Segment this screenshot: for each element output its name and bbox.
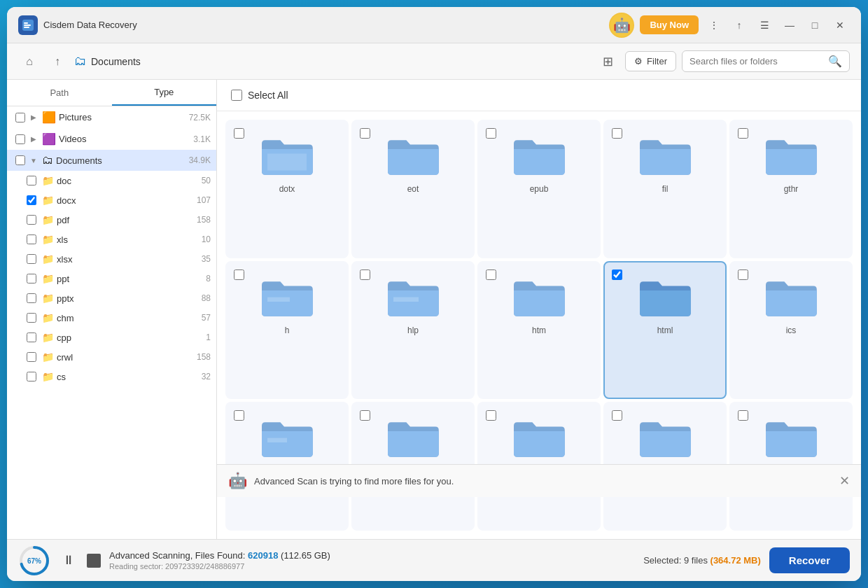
sidebar-item-xls[interactable]: 📁 xls 10	[7, 230, 216, 249]
h-checkbox[interactable]	[234, 270, 244, 280]
row3c-checkbox[interactable]	[486, 410, 496, 421]
pdf-count: 158	[197, 215, 211, 225]
tab-type[interactable]: Type	[112, 80, 217, 106]
file-area-header: Select All	[217, 80, 861, 111]
chm-checkbox[interactable]	[27, 313, 36, 323]
pictures-checkbox[interactable]	[15, 113, 25, 122]
sidebar-item-xlsx[interactable]: 📁 xlsx 35	[7, 249, 216, 269]
row3b-folder-svg	[385, 413, 441, 461]
notification-close-button[interactable]: ✕	[839, 473, 850, 489]
sector-info: Reading sector: 209723392/248886977	[109, 562, 635, 570]
docx-checkbox[interactable]	[27, 195, 36, 205]
stop-button[interactable]	[87, 554, 101, 568]
htm-checkbox[interactable]	[486, 270, 496, 280]
cpp-checkbox[interactable]	[27, 332, 36, 342]
cpp-folder-icon: 📁	[42, 332, 54, 343]
upload-icon[interactable]: ↑	[729, 15, 749, 35]
recover-button[interactable]: Recover	[769, 547, 850, 573]
dotx-checkbox[interactable]	[234, 128, 244, 139]
folder-card-gthr[interactable]: gthr	[729, 120, 853, 258]
epub-checkbox[interactable]	[486, 128, 496, 139]
title-bar-left: Cisdem Data Recovery	[18, 15, 609, 35]
documents-label: Documents	[56, 155, 186, 166]
search-input[interactable]	[690, 56, 824, 66]
back-button[interactable]: ↑	[46, 50, 69, 73]
sidebar-item-doc[interactable]: 📁 doc 50	[7, 171, 216, 190]
htm-name: htm	[532, 326, 546, 335]
row3d-checkbox[interactable]	[612, 410, 622, 421]
pause-button[interactable]: ⏸	[59, 551, 78, 570]
home-button[interactable]: ⌂	[18, 50, 41, 73]
sidebar-item-pptx[interactable]: 📁 pptx 88	[7, 288, 216, 308]
html-checkbox[interactable]	[612, 270, 622, 280]
folder-card-hlp[interactable]: hlp	[351, 261, 475, 400]
sidebar-scroll[interactable]: ▶ 🟧 Pictures 72.5K ▶ 🟪 Videos 3.1K ▼	[7, 106, 216, 539]
xlsx-checkbox[interactable]	[27, 254, 36, 264]
buy-now-button[interactable]: Buy Now	[640, 15, 699, 34]
doc-checkbox[interactable]	[27, 176, 36, 186]
pdf-label: pdf	[57, 215, 194, 225]
cs-checkbox[interactable]	[27, 372, 36, 382]
crwl-checkbox[interactable]	[27, 352, 36, 362]
folder-card-h[interactable]: h	[225, 261, 349, 400]
folder-card-epub[interactable]: epub	[477, 120, 601, 258]
menu-icon[interactable]: ⋮	[704, 15, 724, 35]
sidebar-item-cs[interactable]: 📁 cs 32	[7, 367, 216, 386]
svg-text:67%: 67%	[27, 557, 41, 565]
sidebar-item-crwl[interactable]: 📁 crwl 158	[7, 347, 216, 367]
select-all-checkbox[interactable]	[231, 90, 242, 101]
cs-count: 32	[202, 372, 211, 382]
sidebar-item-cpp[interactable]: 📁 cpp 1	[7, 328, 216, 347]
folder-card-eot[interactable]: eot	[351, 120, 475, 258]
row3a-checkbox[interactable]	[234, 410, 244, 421]
filter-button[interactable]: ⚙ Filter	[625, 51, 676, 71]
hlp-checkbox[interactable]	[360, 270, 370, 280]
sidebar-item-pictures[interactable]: ▶ 🟧 Pictures 72.5K	[7, 106, 216, 128]
ppt-checkbox[interactable]	[27, 274, 36, 284]
xls-checkbox[interactable]	[27, 234, 36, 244]
svg-rect-3	[24, 27, 29, 28]
pictures-folder-icon: 🟧	[42, 111, 56, 124]
scanning-label: Advanced Scanning, Files Found:	[109, 550, 245, 561]
grid-view-button[interactable]: ⊞	[596, 50, 620, 74]
sidebar-item-ppt[interactable]: 📁 ppt 8	[7, 269, 216, 288]
folder-card-fil[interactable]: fil	[603, 120, 727, 258]
sidebar: Path Type ▶ 🟧 Pictures 72.5K ▶ 🟪 Vide	[7, 80, 217, 539]
sidebar-item-documents[interactable]: ▼ 🗂 Documents 34.9K	[7, 150, 216, 171]
eot-checkbox[interactable]	[360, 128, 370, 139]
close-button[interactable]: ✕	[830, 15, 850, 35]
maximize-button[interactable]: □	[805, 15, 825, 35]
sidebar-item-videos[interactable]: ▶ 🟪 Videos 3.1K	[7, 128, 216, 150]
ics-checkbox[interactable]	[738, 270, 748, 280]
sidebar-tabs: Path Type	[7, 80, 216, 106]
folder-card-dotx[interactable]: dotx	[225, 120, 349, 258]
sidebar-item-pdf[interactable]: 📁 pdf 158	[7, 210, 216, 230]
fil-checkbox[interactable]	[612, 128, 622, 139]
pptx-label: pptx	[57, 293, 199, 304]
sidebar-item-docx[interactable]: 📁 docx 107	[7, 190, 216, 210]
folder-card-html[interactable]: html	[603, 261, 727, 400]
settings-icon[interactable]: ☰	[755, 15, 774, 35]
gthr-checkbox[interactable]	[738, 128, 748, 139]
doc-count: 50	[202, 176, 211, 186]
nav-bar: ⌂ ↑ 🗂 Documents ⊞ ⚙ Filter 🔍	[7, 43, 861, 80]
documents-checkbox[interactable]	[15, 155, 25, 165]
location-text: Documents	[91, 56, 141, 67]
row3a-folder-svg	[259, 413, 315, 461]
row3e-checkbox[interactable]	[738, 410, 748, 421]
folder-card-htm[interactable]: htm	[477, 261, 601, 400]
minimize-button[interactable]: —	[780, 15, 799, 35]
crwl-folder-icon: 📁	[42, 351, 54, 363]
chm-count: 57	[202, 313, 211, 323]
pptx-folder-icon: 📁	[42, 293, 54, 304]
tab-path[interactable]: Path	[7, 80, 112, 106]
docx-count: 107	[197, 195, 211, 205]
pdf-checkbox[interactable]	[27, 215, 36, 225]
crwl-count: 158	[197, 352, 211, 362]
folder-card-ics[interactable]: ics	[729, 261, 853, 400]
sidebar-item-chm[interactable]: 📁 chm 57	[7, 308, 216, 328]
row3b-checkbox[interactable]	[360, 410, 370, 421]
videos-checkbox[interactable]	[15, 134, 25, 144]
select-all-label[interactable]: Select All	[248, 90, 288, 101]
pptx-checkbox[interactable]	[27, 293, 36, 303]
